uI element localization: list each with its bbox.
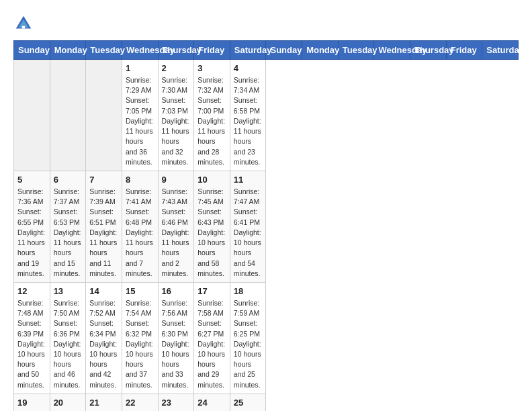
day-number: 5 [17, 175, 46, 185]
calendar-header-row: SundayMondayTuesdayWednesdayThursdayFrid… [14, 41, 519, 60]
day-number: 13 [54, 286, 83, 296]
day-info: Sunrise: 7:37 AMSunset: 6:53 PMDaylight:… [54, 187, 83, 279]
day-header-friday: Friday [446, 41, 482, 60]
day-info: Sunrise: 7:48 AMSunset: 6:39 PMDaylight:… [17, 298, 46, 390]
day-info: Sunrise: 7:43 AMSunset: 6:46 PMDaylight:… [162, 187, 191, 279]
calendar-cell: 4Sunrise: 7:34 AMSunset: 6:58 PMDaylight… [230, 60, 266, 171]
day-info: Sunrise: 7:52 AMSunset: 6:34 PMDaylight:… [89, 298, 118, 390]
calendar-cell: 6Sunrise: 7:37 AMSunset: 6:53 PMDaylight… [50, 171, 86, 282]
day-header-tuesday: Tuesday [338, 41, 374, 60]
day-info: Sunrise: 7:47 AMSunset: 6:41 PMDaylight:… [234, 187, 263, 279]
calendar-cell [86, 60, 122, 171]
calendar-cell: 17Sunrise: 7:58 AMSunset: 6:27 PMDayligh… [194, 282, 230, 394]
calendar-cell: 7Sunrise: 7:39 AMSunset: 6:51 PMDaylight… [86, 171, 122, 282]
calendar-cell: 8Sunrise: 7:41 AMSunset: 6:48 PMDaylight… [122, 171, 158, 282]
day-number: 8 [126, 175, 154, 185]
day-info: Sunrise: 7:45 AMSunset: 6:43 PMDaylight:… [197, 187, 226, 279]
day-number: 17 [197, 286, 226, 296]
day-number: 14 [89, 286, 118, 296]
calendar-table: SundayMondayTuesdayWednesdayThursdayFrid… [13, 40, 519, 411]
logo [13, 13, 36, 34]
calendar-cell: 25Sunrise: 8:13 AMSunset: 6:10 PMDayligh… [230, 394, 266, 411]
day-header-sunday: Sunday [266, 41, 302, 60]
day-number: 4 [234, 63, 263, 73]
calendar-week-row: 1Sunrise: 7:29 AMSunset: 7:05 PMDaylight… [14, 60, 519, 171]
day-info: Sunrise: 7:41 AMSunset: 6:48 PMDaylight:… [126, 187, 154, 279]
day-number: 3 [197, 63, 226, 73]
day-number: 2 [162, 63, 191, 73]
day-number: 10 [197, 175, 226, 185]
day-info: Sunrise: 7:58 AMSunset: 6:27 PMDaylight:… [197, 298, 226, 390]
day-info: Sunrise: 7:36 AMSunset: 6:55 PMDaylight:… [17, 187, 46, 279]
calendar-cell: 5Sunrise: 7:36 AMSunset: 6:55 PMDaylight… [14, 171, 50, 282]
day-info: Sunrise: 7:34 AMSunset: 6:58 PMDaylight:… [234, 75, 263, 167]
calendar-cell: 21Sunrise: 8:05 AMSunset: 6:18 PMDayligh… [86, 394, 122, 411]
calendar-cell: 20Sunrise: 8:03 AMSunset: 6:20 PMDayligh… [50, 394, 86, 411]
calendar-cell [14, 60, 50, 171]
day-number: 24 [197, 398, 226, 408]
day-number: 1 [126, 63, 154, 73]
day-number: 16 [162, 286, 191, 296]
calendar-week-row: 12Sunrise: 7:48 AMSunset: 6:39 PMDayligh… [14, 282, 519, 394]
day-header-saturday: Saturday [230, 41, 266, 60]
day-number: 6 [54, 175, 83, 185]
calendar-cell: 2Sunrise: 7:30 AMSunset: 7:03 PMDaylight… [158, 60, 194, 171]
day-info: Sunrise: 7:30 AMSunset: 7:03 PMDaylight:… [162, 75, 191, 167]
calendar-cell: 15Sunrise: 7:54 AMSunset: 6:32 PMDayligh… [122, 282, 158, 394]
day-info: Sunrise: 7:39 AMSunset: 6:51 PMDaylight:… [89, 187, 118, 279]
calendar-cell: 13Sunrise: 7:50 AMSunset: 6:36 PMDayligh… [50, 282, 86, 394]
logo-icon [13, 13, 34, 34]
day-number: 12 [17, 286, 46, 296]
day-header-sunday: Sunday [14, 41, 50, 60]
calendar-cell: 3Sunrise: 7:32 AMSunset: 7:00 PMDaylight… [194, 60, 230, 171]
day-number: 25 [234, 398, 263, 408]
calendar-cell: 9Sunrise: 7:43 AMSunset: 6:46 PMDaylight… [158, 171, 194, 282]
day-header-wednesday: Wednesday [374, 41, 410, 60]
day-info: Sunrise: 7:54 AMSunset: 6:32 PMDaylight:… [126, 298, 154, 390]
day-number: 18 [234, 286, 263, 296]
day-info: Sunrise: 7:59 AMSunset: 6:25 PMDaylight:… [234, 298, 263, 390]
day-number: 20 [54, 398, 83, 408]
day-header-thursday: Thursday [158, 41, 194, 60]
calendar-cell: 11Sunrise: 7:47 AMSunset: 6:41 PMDayligh… [230, 171, 266, 282]
calendar-week-row: 19Sunrise: 8:01 AMSunset: 6:23 PMDayligh… [14, 394, 519, 411]
calendar-cell: 23Sunrise: 8:09 AMSunset: 6:14 PMDayligh… [158, 394, 194, 411]
day-number: 21 [89, 398, 118, 408]
day-info: Sunrise: 7:50 AMSunset: 6:36 PMDaylight:… [54, 298, 83, 390]
day-number: 11 [234, 175, 263, 185]
day-header-monday: Monday [50, 41, 86, 60]
calendar-week-row: 5Sunrise: 7:36 AMSunset: 6:55 PMDaylight… [14, 171, 519, 282]
calendar-cell: 10Sunrise: 7:45 AMSunset: 6:43 PMDayligh… [194, 171, 230, 282]
calendar-cell: 18Sunrise: 7:59 AMSunset: 6:25 PMDayligh… [230, 282, 266, 394]
calendar-cell: 24Sunrise: 8:11 AMSunset: 6:12 PMDayligh… [194, 394, 230, 411]
day-header-thursday: Thursday [410, 41, 447, 60]
day-number: 15 [126, 286, 154, 296]
day-header-tuesday: Tuesday [86, 41, 122, 60]
day-info: Sunrise: 7:32 AMSunset: 7:00 PMDaylight:… [197, 75, 226, 167]
day-header-wednesday: Wednesday [122, 41, 158, 60]
day-header-saturday: Saturday [482, 41, 519, 60]
calendar-cell: 12Sunrise: 7:48 AMSunset: 6:39 PMDayligh… [14, 282, 50, 394]
day-header-friday: Friday [194, 41, 230, 60]
calendar-cell: 19Sunrise: 8:01 AMSunset: 6:23 PMDayligh… [14, 394, 50, 411]
day-number: 9 [162, 175, 191, 185]
day-number: 19 [17, 398, 46, 408]
day-number: 22 [126, 398, 154, 408]
page-header [13, 13, 519, 34]
calendar-cell: 1Sunrise: 7:29 AMSunset: 7:05 PMDaylight… [122, 60, 158, 171]
calendar-cell: 22Sunrise: 8:07 AMSunset: 6:16 PMDayligh… [122, 394, 158, 411]
day-info: Sunrise: 7:29 AMSunset: 7:05 PMDaylight:… [126, 75, 154, 167]
calendar-cell: 16Sunrise: 7:56 AMSunset: 6:30 PMDayligh… [158, 282, 194, 394]
calendar-cell [50, 60, 86, 171]
svg-rect-2 [22, 26, 26, 29]
day-number: 23 [162, 398, 191, 408]
day-header-monday: Monday [302, 41, 339, 60]
day-number: 7 [89, 175, 118, 185]
calendar-cell: 14Sunrise: 7:52 AMSunset: 6:34 PMDayligh… [86, 282, 122, 394]
day-info: Sunrise: 7:56 AMSunset: 6:30 PMDaylight:… [162, 298, 191, 390]
